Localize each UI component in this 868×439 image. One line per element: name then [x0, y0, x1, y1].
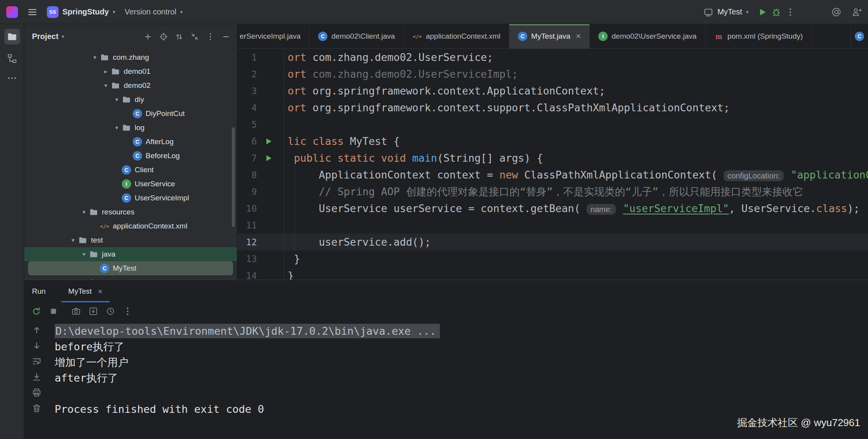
- code-line[interactable]: 9 // Spring AOP 创建的代理对象是接口的“替身”，不是实现类的“儿…: [237, 183, 868, 200]
- code-line[interactable]: 6lic class MyTest {: [237, 133, 868, 150]
- chevron-down-icon[interactable]: ▾: [79, 209, 89, 216]
- editor-tab[interactable]: C: [850, 24, 868, 48]
- editor-gutter[interactable]: 3: [237, 82, 284, 99]
- chevron-down-icon[interactable]: ▾: [68, 237, 78, 244]
- editor-gutter[interactable]: 10: [237, 200, 284, 217]
- chevron-down-icon[interactable]: ▾: [112, 96, 122, 103]
- project-widget[interactable]: SS SpringStudy ▾: [47, 6, 115, 18]
- editor-tab[interactable]: Cdemo02\Client.java: [309, 24, 404, 48]
- console-line[interactable]: [49, 386, 868, 402]
- editor-gutter[interactable]: 2: [237, 66, 284, 82]
- tree-item[interactable]: IUserService: [24, 177, 237, 191]
- editor-gutter[interactable]: 9: [237, 183, 284, 200]
- more-icon[interactable]: [206, 32, 215, 41]
- code-line[interactable]: 8 ApplicationContext context = new Class…: [237, 166, 868, 183]
- editor-gutter[interactable]: 5: [237, 116, 284, 133]
- main-menu-icon[interactable]: [27, 7, 37, 17]
- editor-gutter[interactable]: 6: [237, 133, 284, 150]
- code-line[interactable]: 1ort com.zhang.demo02.UserService;: [237, 49, 868, 66]
- camera-icon[interactable]: [71, 306, 81, 316]
- tree-item[interactable]: ▾test: [24, 233, 237, 247]
- editor-tab[interactable]: erServiceImpl.java: [237, 24, 309, 48]
- up-icon[interactable]: [32, 325, 42, 335]
- editor-gutter[interactable]: 4: [237, 99, 284, 116]
- clock-icon[interactable]: [105, 306, 116, 316]
- editor-gutter[interactable]: 12: [237, 234, 284, 250]
- code-line[interactable]: 12 userService.add();: [237, 234, 868, 250]
- play-icon[interactable]: [757, 7, 767, 17]
- editor-gutter[interactable]: 1: [237, 49, 284, 66]
- editor-tab[interactable]: CMyTest.java×: [509, 24, 590, 48]
- down-icon[interactable]: [32, 341, 42, 351]
- printer-icon[interactable]: [32, 387, 42, 398]
- scrollend-icon[interactable]: [32, 372, 42, 382]
- code-line[interactable]: 14}: [237, 267, 868, 280]
- run-line-icon[interactable]: [264, 153, 273, 163]
- tree-item[interactable]: ▸demo01: [24, 64, 237, 79]
- more-icon[interactable]: [123, 306, 133, 316]
- editor-gutter[interactable]: 11: [237, 217, 284, 234]
- collapse-icon[interactable]: [190, 32, 199, 41]
- editor-gutter[interactable]: 7: [237, 150, 284, 166]
- debug-icon[interactable]: [771, 7, 781, 17]
- tree-item[interactable]: CUserServiceImpl: [24, 191, 237, 205]
- console-line[interactable]: D:\develop-tools\Environment\JDK\jdk-17.…: [49, 323, 868, 339]
- tree-item[interactable]: CBeforeLog: [24, 149, 237, 163]
- tree-item[interactable]: </>applicationContext.xml: [24, 219, 237, 233]
- tree-item[interactable]: CAfterLog: [24, 135, 237, 149]
- hide-icon[interactable]: [221, 32, 231, 41]
- chevron-down-icon[interactable]: ▾: [112, 124, 122, 131]
- trash-icon[interactable]: [32, 403, 42, 413]
- tree-item[interactable]: ▸: [24, 275, 237, 280]
- editor-gutter[interactable]: 14: [237, 267, 284, 280]
- tree-item[interactable]: ▾resources: [24, 205, 237, 219]
- code-line[interactable]: 10 UserService userService = context.get…: [237, 200, 868, 217]
- tree-item[interactable]: CMyTest: [28, 261, 233, 275]
- code-line[interactable]: 7 public static void main(String[] args)…: [237, 150, 868, 166]
- softwrap-icon[interactable]: [32, 356, 42, 366]
- invite-icon[interactable]: [852, 7, 862, 17]
- mentions-icon[interactable]: [831, 7, 841, 17]
- more-tools-icon[interactable]: [7, 73, 18, 84]
- tree-item[interactable]: ▾log: [24, 121, 237, 135]
- tree-item[interactable]: ▾demo02: [24, 79, 237, 93]
- close-icon[interactable]: ×: [98, 287, 103, 295]
- console-line[interactable]: Process finished with exit code 0: [49, 402, 868, 417]
- swap-icon[interactable]: [174, 32, 184, 41]
- project-icon[interactable]: [4, 29, 20, 45]
- code-area[interactable]: 1ort com.zhang.demo02.UserService;2ort c…: [237, 49, 868, 280]
- editor-gutter[interactable]: 8: [237, 166, 284, 183]
- run-line-icon[interactable]: [264, 137, 273, 146]
- vcs-widget[interactable]: Version control ▾: [125, 7, 183, 16]
- run-tab[interactable]: MyTest ×: [61, 280, 110, 302]
- code-line[interactable]: 2ort com.zhang.demo02.UserServiceImpl;: [237, 66, 868, 82]
- console-line[interactable]: 增加了一个用户: [49, 355, 868, 370]
- chevron-down-icon[interactable]: ▾: [79, 251, 89, 258]
- code-line[interactable]: 5: [237, 116, 868, 133]
- tree-item[interactable]: CClient: [24, 163, 237, 177]
- plus-icon[interactable]: [143, 32, 153, 41]
- stop-icon[interactable]: [48, 306, 59, 316]
- code-line[interactable]: 11: [237, 217, 868, 234]
- tree-scrollbar[interactable]: [232, 127, 235, 227]
- tree-item[interactable]: ▾diy: [24, 93, 237, 107]
- code-line[interactable]: 3ort org.springframework.context.Applica…: [237, 82, 868, 99]
- chevron-down-icon[interactable]: ▾: [90, 54, 100, 61]
- console-line[interactable]: before执行了: [49, 339, 868, 355]
- console-line[interactable]: after执行了: [49, 370, 868, 386]
- import-icon[interactable]: [88, 306, 98, 316]
- editor-tab[interactable]: mpom.xml (SpringStudy): [706, 24, 812, 48]
- chevron-down-icon[interactable]: ▾: [101, 82, 111, 89]
- tree-item[interactable]: ▾java: [24, 247, 237, 261]
- code-line[interactable]: 13 }: [237, 250, 868, 267]
- editor-gutter[interactable]: 13: [237, 250, 284, 267]
- close-icon[interactable]: ×: [576, 32, 581, 41]
- locate-icon[interactable]: [159, 32, 168, 41]
- code-line[interactable]: 4ort org.springframework.context.support…: [237, 99, 868, 116]
- editor-tab[interactable]: </>applicationContext.xml: [404, 24, 509, 48]
- tree-item[interactable]: ▾com.zhang: [24, 50, 237, 64]
- tree-item[interactable]: CDiyPointCut: [24, 107, 237, 121]
- run-config-widget[interactable]: MyTest ▾: [703, 7, 749, 17]
- chevron-right-icon[interactable]: ▸: [101, 68, 111, 75]
- more-icon[interactable]: [785, 7, 795, 17]
